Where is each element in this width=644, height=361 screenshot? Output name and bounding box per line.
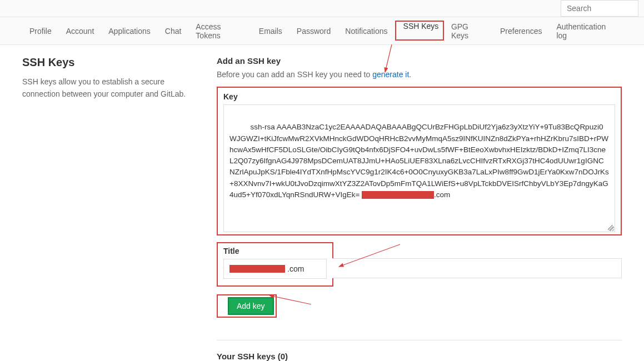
your-keys-heading: Your SSH keys (0) <box>217 352 622 361</box>
tab-password[interactable]: Password <box>289 19 338 43</box>
page-title: SSH Keys <box>22 56 200 69</box>
key-label: Key <box>223 92 615 101</box>
resize-handle-icon[interactable] <box>608 225 613 230</box>
title-input-extension[interactable] <box>332 258 622 278</box>
tab-account[interactable]: Account <box>59 19 102 43</box>
tab-preferences[interactable]: Preferences <box>493 19 549 43</box>
add-key-button[interactable]: Add key <box>228 297 274 315</box>
sidebar-info: SSH Keys SSH keys allow you to establish… <box>22 56 200 361</box>
redacted-email <box>362 191 434 199</box>
tab-access-tokens[interactable]: Access Tokens <box>188 14 251 48</box>
title-field-highlight: Title .com <box>217 242 333 287</box>
page-description: SSH keys allow you to establish a secure… <box>22 76 200 101</box>
add-key-heading: Add an SSH key <box>217 56 622 66</box>
tab-gpg-keys[interactable]: GPG Keys <box>444 14 493 48</box>
ssh-key-textarea[interactable]: ssh-rsa AAAAB3NzaC1yc2EAAAADAQABAAABgQCU… <box>223 104 615 232</box>
tab-emails[interactable]: Emails <box>252 19 289 43</box>
tab-applications[interactable]: Applications <box>101 19 158 43</box>
settings-nav: Profile Account Applications Chat Access… <box>0 17 644 45</box>
add-key-highlight: Add key <box>217 294 277 318</box>
divider <box>217 340 622 340</box>
tab-notifications[interactable]: Notifications <box>338 19 395 43</box>
tab-chat[interactable]: Chat <box>158 19 189 43</box>
key-field-highlight: Key ssh-rsa AAAAB3NzaC1yc2EAAAADAQABAAAB… <box>217 87 622 235</box>
tab-profile[interactable]: Profile <box>22 19 59 43</box>
add-key-helper: Before you can add an SSH key you need t… <box>217 70 622 79</box>
generate-link[interactable]: generate it <box>372 70 409 79</box>
title-label: Title <box>223 247 327 255</box>
top-bar <box>0 0 644 17</box>
title-input[interactable]: .com <box>223 259 327 279</box>
redacted-title <box>229 265 285 273</box>
tab-authentication-log[interactable]: Authentication log <box>549 14 622 48</box>
tab-ssh-keys[interactable]: SSH Keys <box>396 14 439 47</box>
